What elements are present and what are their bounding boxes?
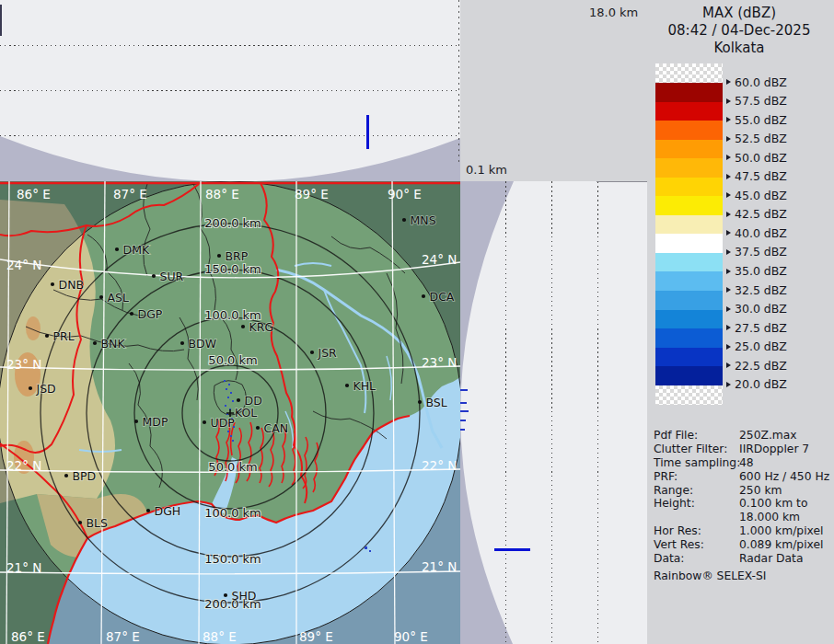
radar-application-window: 18.0 km 0.1 km — [0, 0, 834, 644]
scale-tick: 27.5 dBZ — [726, 321, 787, 334]
tick-arrow-icon — [726, 174, 731, 179]
scale-tick: 25.0 dBZ — [726, 340, 787, 353]
radar-echo-cell — [225, 405, 226, 407]
station-name: Kolkata — [647, 40, 831, 57]
graticule-label: 23° N — [422, 355, 457, 370]
scale-tick: 40.0 dBZ — [726, 226, 787, 239]
tick-arrow-icon — [726, 136, 731, 142]
echo-height-marker-side — [494, 548, 530, 551]
city-label: BLS — [87, 516, 109, 530]
tick-arrow-icon — [726, 325, 731, 330]
height-gridline — [551, 181, 552, 644]
beam-blindzone-shadow-side — [460, 181, 647, 644]
tick-arrow-icon — [726, 79, 731, 85]
tick-label: 50.0 dBZ — [735, 151, 787, 165]
software-brand: Rainbow® SELEX-SI — [654, 569, 834, 583]
scale-tick: 60.0 dBZ — [726, 75, 787, 88]
city-dot — [217, 254, 221, 258]
scale-band — [655, 83, 723, 102]
tick-arrow-icon — [726, 269, 731, 274]
city-label: DCA — [430, 290, 455, 304]
detail-label — [654, 511, 739, 524]
range-ring-label: 200.0 km — [204, 216, 261, 230]
city-label: JSR — [318, 346, 338, 360]
tick-arrow-icon — [726, 230, 731, 236]
city-label: DGH — [155, 504, 181, 518]
scale-band — [655, 328, 723, 348]
city-label: ASL — [108, 291, 129, 305]
detail-row: PRF:600 Hz / 450 Hz — [654, 470, 834, 484]
city-label: BRP — [226, 249, 249, 263]
city-dot — [152, 274, 156, 278]
tick-arrow-icon — [726, 212, 731, 217]
city-label: MDP — [143, 415, 168, 429]
detail-row: 18.000 km — [654, 511, 834, 524]
radar-echo-cell — [224, 380, 226, 382]
city-dot — [256, 426, 260, 430]
detail-row: Height:0.100 km to — [654, 497, 834, 511]
scale-tick: 20.0 dBZ — [726, 378, 787, 391]
city-dot — [224, 593, 227, 597]
detail-label: Data: — [654, 552, 739, 566]
detail-value: 250 km — [739, 484, 834, 498]
scale-band — [655, 234, 723, 253]
tick-label: 30.0 dBZ — [735, 302, 787, 316]
city-label: KRG — [249, 320, 274, 334]
city-dot — [203, 420, 206, 424]
city-dot — [345, 384, 349, 387]
range-ring-label: 50.0 km — [208, 353, 257, 367]
tick-label: 32.5 dBZ — [735, 283, 787, 297]
city-label: SUR — [160, 270, 184, 283]
city-label: SHD — [232, 589, 257, 603]
tick-label: 47.5 dBZ — [735, 169, 787, 183]
detail-row: Time sampling:48 — [654, 456, 834, 470]
city-dot — [64, 474, 68, 477]
side-height-profile-panel — [460, 181, 647, 644]
detail-value: 48 — [739, 456, 834, 470]
min-height-axis-label: 0.1 km — [466, 163, 507, 177]
tick-arrow-icon — [726, 117, 731, 122]
tick-label: 55.0 dBZ — [735, 113, 787, 127]
graticule-label: 24° N — [6, 258, 41, 272]
graticule-label: 90° E — [394, 629, 428, 644]
hill-terrain — [26, 316, 41, 340]
scale-band — [655, 310, 723, 329]
city-label: KHL — [353, 379, 376, 393]
detail-label: Height: — [654, 497, 739, 511]
radar-echo-cell — [365, 546, 367, 549]
city-label: BSL — [426, 396, 447, 409]
radar-site-label: KOL — [235, 406, 257, 420]
graticule-label: 22° N — [6, 458, 41, 473]
city-dot — [146, 509, 150, 512]
beam-blindzone-shadow-top — [0, 0, 460, 181]
graticule-label: 24° N — [422, 252, 457, 267]
detail-row: Data:Radar Data — [654, 552, 834, 566]
tick-label: 27.5 dBZ — [735, 321, 787, 335]
detail-row: Clutter Filter:IIRDoppler 7 — [654, 443, 834, 456]
height-gridline — [505, 181, 506, 644]
city-dot — [78, 521, 82, 524]
scale-band — [655, 253, 723, 272]
axis-tick — [0, 5, 2, 36]
scale-tick: 37.5 dBZ — [726, 246, 787, 259]
detail-value: 0.100 km to — [739, 497, 834, 511]
radar-echo-cell — [227, 431, 229, 432]
scale-band — [655, 215, 723, 235]
detail-value: 600 Hz / 450 Hz — [739, 470, 834, 484]
scale-band — [655, 178, 723, 197]
graticule-label: 86° E — [17, 187, 51, 201]
radar-echo-cell — [228, 384, 230, 385]
range-ring-label: 150.0 km — [204, 262, 261, 276]
range-ring-label: 50.0 km — [208, 460, 257, 474]
tick-label: 45.0 dBZ — [735, 189, 787, 202]
scale-band — [655, 121, 723, 140]
city-label: BNK — [101, 337, 126, 351]
scale-tick: 32.5 dBZ — [726, 283, 787, 296]
detail-value: 0.089 km/pixel — [739, 538, 834, 552]
tick-label: 22.5 dBZ — [735, 359, 787, 373]
city-label: JSD — [36, 382, 56, 396]
product-title: MAX (dBZ) — [647, 5, 831, 22]
tick-arrow-icon — [726, 344, 731, 350]
scale-tick: 35.0 dBZ — [726, 265, 787, 278]
detail-value: 18.000 km — [739, 511, 834, 524]
